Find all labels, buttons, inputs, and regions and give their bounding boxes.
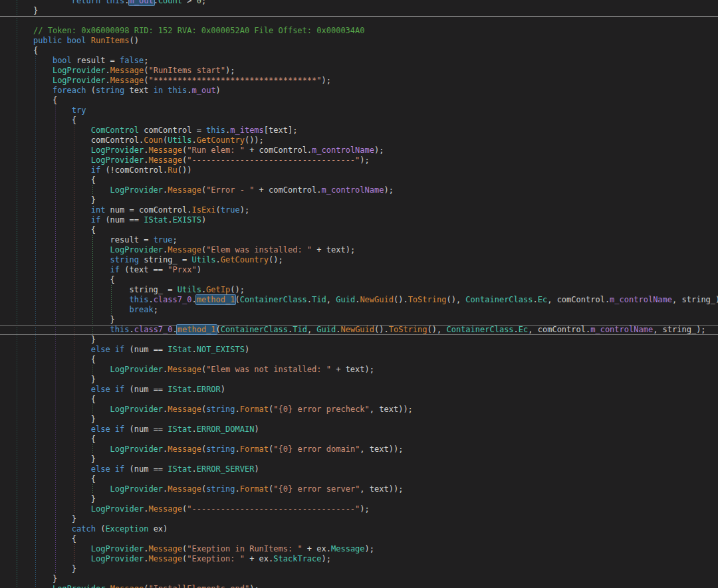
code-line[interactable]: } [0,494,718,504]
code-token: ( [235,295,239,304]
code-token [33,155,91,165]
code-line[interactable] [0,16,718,26]
code-line[interactable]: bool result = false; [0,56,718,66]
code-token: Message [168,365,201,374]
code-line[interactable]: foreach (string text in this.m_out) [0,86,718,96]
code-line[interactable]: else if (num == IStat.NOT_EXISTS) [0,345,718,355]
code-token: if [91,165,100,175]
code-line[interactable]: } [0,195,718,205]
code-token: ); [374,146,384,155]
code-token: break [130,305,154,314]
code-token: ); [360,504,369,514]
code-line[interactable]: if (text == "Prxx") [0,265,718,275]
code-line[interactable]: { [0,96,718,106]
code-line[interactable]: LogProvider.Message("Error - " + comCont… [0,185,718,195]
code-line[interactable]: } [0,514,718,524]
code-line[interactable]: LogProvider.Message("-------------------… [0,504,718,514]
code-line[interactable]: LogProvider.Message("Exeption: " + ex.St… [0,554,718,564]
code-line[interactable]: } [0,315,718,325]
code-token: class7_0 [134,325,173,334]
code-line[interactable]: LogProvider.Message("InstallElements end… [0,584,718,588]
code-token: { [33,355,96,364]
code-line[interactable]: } [0,454,718,464]
code-token: ; [201,0,206,5]
code-line[interactable]: } [0,6,718,16]
code-token: string [206,405,235,414]
code-line[interactable]: { [0,435,718,444]
code-token [33,444,110,454]
code-line[interactable]: else if (num == IStat.ERROR) [0,385,718,395]
code-token: m_controlName [322,185,384,195]
code-token [33,405,110,414]
code-token [33,86,53,95]
code-line[interactable]: return this.m_out.Count > 0; [0,0,718,6]
highlighted-symbol[interactable]: method_1 [177,325,217,334]
code-line[interactable]: LogProvider.Message(string.Format("{0} e… [0,405,718,415]
code-line[interactable]: LogProvider.Message("*******************… [0,76,718,86]
code-line[interactable]: LogProvider.Message(string.Format("{0} e… [0,484,718,494]
code-line[interactable]: // Token: 0x06000098 RID: 152 RVA: 0x000… [0,26,718,36]
code-token: result = [72,56,120,65]
code-token [33,425,91,434]
code-line[interactable]: } [0,375,718,385]
code-token: Ru [168,165,177,175]
code-line[interactable]: { [0,534,718,544]
code-line[interactable]: result = true; [0,235,718,245]
code-line[interactable]: catch (Exception ex) [0,524,718,534]
code-line[interactable]: } [0,415,718,425]
code-line[interactable]: public bool RunItems() [0,36,718,46]
code-token: "{0} error server" [273,484,360,494]
code-line[interactable]: string string_ = Utils.GetCountry(); [0,255,718,265]
code-line[interactable]: } [0,564,718,574]
code-token: { [33,275,115,284]
code-line[interactable]: { [0,275,718,285]
code-line[interactable]: LogProvider.Message(string.Format("{0} e… [0,444,718,454]
code-token: GetCountry [221,255,269,264]
code-line[interactable]: else if (num == IStat.ERROR_DOMAIN) [0,425,718,435]
code-line[interactable]: comControl.Coun(Utils.GetCountry()); [0,136,718,146]
code-token: } [33,195,96,205]
code-token: // Token: 0x06000098 RID: 152 RVA: 0x000… [33,26,365,35]
highlighted-symbol[interactable]: method_1 [196,295,236,304]
code-token: . [191,385,196,394]
code-line[interactable]: } [0,574,718,584]
code-token: { [33,474,96,484]
method-separator-line [0,16,718,17]
code-line[interactable]: LogProvider.Message("Run elem: " + comCo… [0,146,718,155]
code-line[interactable]: if (!comControl.Ru()) [0,165,718,175]
code-line[interactable]: LogProvider.Message("-------------------… [0,155,718,165]
highlighted-symbol[interactable]: m_out [129,0,154,5]
code-token: if [110,265,120,274]
code-line[interactable]: LogProvider.Message("RunItems start"); [0,66,718,76]
code-line[interactable]: { [0,175,718,185]
code-line[interactable]: { [0,355,718,365]
code-line[interactable]: break; [0,305,718,315]
code-line[interactable]: LogProvider.Message("Elem was not instal… [0,365,718,375]
code-token: (); [269,255,283,264]
code-line[interactable]: { [0,474,718,484]
code-line[interactable]: int num = comControl.IsExi(true); [0,205,718,215]
code-line[interactable]: this.class7_0.method_1(ContainerClass.Ti… [0,295,718,305]
code-line[interactable]: if (num == IStat.EXISTS) [0,215,718,225]
code-line[interactable]: { [0,46,718,56]
code-token [33,106,72,115]
code-token: Message [148,504,182,514]
code-line[interactable]: try [0,106,718,116]
code-token: Message [168,185,201,195]
code-line[interactable]: LogProvider.Message("Elem was installed:… [0,245,718,255]
code-line[interactable]: else if (num == IStat.ERROR_SERVER) [0,464,718,474]
code-token [33,215,91,225]
code-line[interactable]: ComControl comControl = this.m_items[tex… [0,126,718,136]
code-token: LogProvider [91,554,144,563]
code-line[interactable]: string_ = Utils.GetIp(); [0,285,718,295]
code-token: else [91,385,110,394]
code-line[interactable]: LogProvider.Message("Exeption in RunItem… [0,544,718,554]
code-token: (text == [120,265,168,274]
code-line[interactable]: { [0,395,718,405]
code-line[interactable]: } [0,335,718,345]
code-line[interactable]: this.class7_0.method_1(ContainerClass.Ti… [0,325,718,335]
code-area[interactable]: return this.m_out.Count > 0;}// Token: 0… [0,0,718,588]
decompiled-code-editor[interactable]: return this.m_out.Count > 0;}// Token: 0… [0,0,718,588]
code-line[interactable]: { [0,225,718,235]
code-line[interactable]: { [0,116,718,126]
